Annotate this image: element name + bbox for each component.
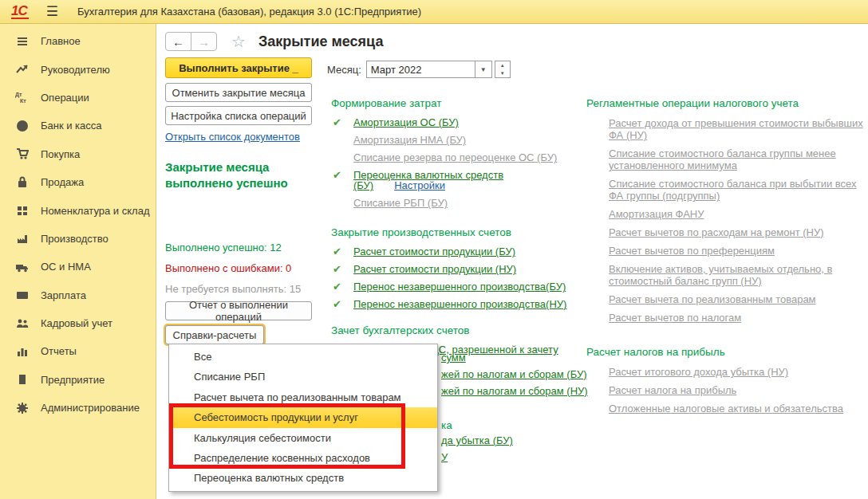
sidebar-item-reports[interactable]: Отчеты bbox=[0, 337, 156, 365]
menu-item-rbp-writeoff[interactable]: Списание РБП bbox=[169, 367, 437, 387]
operation-link[interactable]: Расчет стоимости продукции (БУ) bbox=[353, 246, 515, 257]
sidebar-item-label: Администрирование bbox=[41, 402, 140, 414]
operation-link[interactable]: Расчет вычета по реализованным товарам bbox=[609, 293, 816, 305]
operation-row: Амортизация ФАНУ bbox=[586, 208, 866, 220]
spinner-up-icon: ▲ bbox=[495, 61, 510, 69]
month-spinner[interactable]: ▲ ▼ bbox=[495, 61, 511, 78]
favorite-star-icon[interactable]: ☆ bbox=[231, 32, 246, 51]
bag-icon bbox=[14, 176, 30, 189]
sidebar: Главное Руководителю ДтКт Операции Т Бан… bbox=[0, 24, 156, 499]
operation-link[interactable]: Расчет вычетов по преференциям bbox=[609, 245, 775, 257]
hidden-link-fragment[interactable]: да убытка (БУ) bbox=[441, 434, 513, 446]
operation-link[interactable]: Списание стоимостного баланса группы мен… bbox=[609, 147, 836, 171]
hidden-link-fragment[interactable]: сумм bbox=[441, 352, 466, 363]
truck-icon bbox=[14, 261, 30, 273]
sidebar-item-operations[interactable]: ДтКт Операции bbox=[0, 84, 156, 112]
section-title: Расчет налогов на прибыль bbox=[586, 346, 866, 358]
operation-link[interactable]: Расчет вычетов по расходам на ремонт (НУ… bbox=[609, 226, 824, 238]
operations-report-button[interactable]: Отчет о выполнении операций bbox=[165, 301, 312, 320]
chevron-down-icon: ▼ bbox=[480, 66, 487, 73]
sidebar-item-sale[interactable]: Продажа bbox=[0, 168, 156, 196]
operation-row: Расчет дохода от превышения стоимости вы… bbox=[586, 117, 866, 141]
navigation-row: ← → ☆ Закрытие месяца bbox=[165, 32, 383, 51]
operation-row: Расчет налога на прибыль bbox=[586, 384, 866, 396]
sidebar-item-administration[interactable]: Администрирование bbox=[0, 394, 156, 422]
logo-1c-icon: 1С bbox=[11, 4, 29, 19]
sidebar-item-enterprise[interactable]: Предприятие bbox=[0, 366, 156, 394]
card-icon bbox=[14, 289, 30, 301]
open-documents-link[interactable]: Открыть список документов bbox=[165, 131, 300, 143]
banner-line: Закрытие месяца bbox=[165, 159, 288, 175]
operation-row: ✔Расчет стоимости продукции (БУ) bbox=[331, 246, 574, 257]
operation-row: Расчет вычета по реализованным товарам bbox=[586, 293, 866, 305]
hidden-link-fragment[interactable]: жей по налогам и сборам (НУ) bbox=[441, 385, 588, 397]
operation-link[interactable]: Отложенные налоговые активы и обязательс… bbox=[609, 403, 843, 415]
sidebar-item-manager[interactable]: Руководителю bbox=[0, 55, 156, 83]
sidebar-item-label: Главное bbox=[41, 35, 81, 47]
operation-row: ✔Переоценка валютных средств (БУ)Настрой… bbox=[331, 170, 574, 191]
operation-link[interactable]: Расчет итогового дохода убытка (НУ) bbox=[609, 366, 788, 378]
month-input[interactable] bbox=[366, 61, 475, 78]
menu-item-cost-production-services[interactable]: Себестоимость продукции и услуг bbox=[169, 407, 437, 427]
operation-row: ✔Амортизация ОС (БУ) bbox=[331, 117, 574, 128]
app-window: 1С ☰ Бухгалтерия для Казахстана (базовая… bbox=[0, 0, 868, 499]
sidebar-item-main[interactable]: Главное bbox=[0, 27, 156, 55]
operation-row: Отложенные налоговые активы и обязательс… bbox=[586, 403, 866, 415]
operation-link[interactable]: Расчет дохода от превышения стоимости вы… bbox=[609, 117, 863, 141]
operation-link[interactable]: Включение активов, учитываемых отдельно,… bbox=[609, 263, 832, 287]
operation-link[interactable]: Амортизация ОС (БУ) bbox=[353, 116, 459, 128]
menu-item-currency-revaluation[interactable]: Переоценка валютных средств bbox=[169, 468, 437, 488]
operation-link[interactable]: Расчет налога на прибыль bbox=[609, 384, 736, 396]
forward-button[interactable]: → bbox=[191, 32, 217, 51]
closing-success-banner: Закрытие месяца выполнено успешно bbox=[165, 159, 288, 191]
operation-row: Расчет итогового дохода убытка (НУ) bbox=[586, 366, 866, 378]
status-not-required: Не требуется выполнять: 15 bbox=[165, 283, 301, 295]
section-title: Зачет бухгалтерских счетов bbox=[331, 324, 574, 336]
operation-link[interactable]: Расчет стоимости продукции (НУ) bbox=[353, 263, 516, 275]
run-closing-button[interactable]: Выполнить закрытие _ bbox=[165, 57, 312, 78]
checkmark-icon: ✔ bbox=[333, 246, 341, 257]
sidebar-item-hr[interactable]: Кадровый учет bbox=[0, 309, 156, 337]
sidebar-item-label: ОС и НМА bbox=[41, 261, 91, 273]
sidebar-item-label: Операции bbox=[41, 92, 89, 104]
checkmark-icon: ✔ bbox=[333, 264, 341, 274]
back-button[interactable]: ← bbox=[165, 32, 191, 51]
operation-link[interactable]: Списание стоимостного баланса при выбыти… bbox=[609, 178, 857, 202]
svg-text:Кт: Кт bbox=[20, 98, 26, 104]
cancel-closing-button[interactable]: Отменить закрытие месяца bbox=[165, 83, 312, 102]
sidebar-item-label: Зарплата bbox=[41, 289, 86, 301]
hidden-link-fragment[interactable]: У bbox=[441, 451, 448, 463]
section-title: Закрытие производственных счетов bbox=[331, 226, 574, 238]
cart-icon bbox=[14, 147, 30, 160]
operation-link[interactable]: Списание РБП (БУ) bbox=[353, 197, 448, 209]
operation-link[interactable]: Амортизация ФАНУ bbox=[609, 208, 704, 220]
menu-item-deduction-sold-goods[interactable]: Расчет вычета по реализованным товарам bbox=[169, 387, 437, 407]
app-title: Бухгалтерия для Казахстана (базовая), ре… bbox=[77, 6, 421, 18]
sidebar-item-bank[interactable]: Т Банк и касса bbox=[0, 112, 156, 139]
operations-settings-button[interactable]: Настройка списка операций bbox=[165, 106, 312, 125]
top-bar: 1С ☰ Бухгалтерия для Казахстана (базовая… bbox=[0, 0, 868, 24]
menu-item-cost-calculation[interactable]: Калькуляция себестоимости bbox=[169, 428, 437, 448]
sidebar-item-purchase[interactable]: Покупка bbox=[0, 140, 156, 168]
operation-link[interactable]: Перенос незавершенного производства(БУ) bbox=[353, 281, 566, 293]
sidebar-item-fixed-assets[interactable]: ОС и НМА bbox=[0, 253, 156, 281]
hidden-link-fragment[interactable]: жей по налогам и сборам (БУ) bbox=[441, 368, 587, 380]
hamburger-menu-icon[interactable]: ☰ bbox=[46, 0, 58, 24]
operation-link[interactable]: Амортизация НМА (БУ) bbox=[353, 134, 466, 146]
menu-item-indirect-costs[interactable]: Распределение косвенных расходов bbox=[169, 448, 437, 468]
operation-link[interactable]: Расчет вычетов по налогам bbox=[609, 312, 741, 324]
certificates-calculations-button[interactable]: Справки-расчеты bbox=[165, 325, 264, 344]
factory-icon bbox=[14, 232, 30, 245]
sidebar-item-label: Покупка bbox=[41, 148, 80, 160]
manager-chart-icon bbox=[14, 63, 30, 76]
month-dropdown-button[interactable]: ▼ bbox=[475, 61, 492, 78]
menu-item-all[interactable]: Все bbox=[169, 347, 437, 367]
checkmark-icon: ✔ bbox=[333, 299, 341, 309]
sidebar-item-salary[interactable]: Зарплата bbox=[0, 281, 156, 309]
sidebar-item-production[interactable]: Производство bbox=[0, 225, 156, 253]
settings-link[interactable]: Настройки bbox=[394, 179, 445, 191]
sidebar-item-label: Производство bbox=[41, 233, 108, 245]
operation-link[interactable]: Списание резерва по переоценке ОС (БУ) bbox=[353, 151, 557, 163]
operation-link[interactable]: Перенос незавершенного производства(НУ) bbox=[353, 298, 566, 310]
sidebar-item-stock[interactable]: Номенклатура и склад bbox=[0, 196, 156, 224]
